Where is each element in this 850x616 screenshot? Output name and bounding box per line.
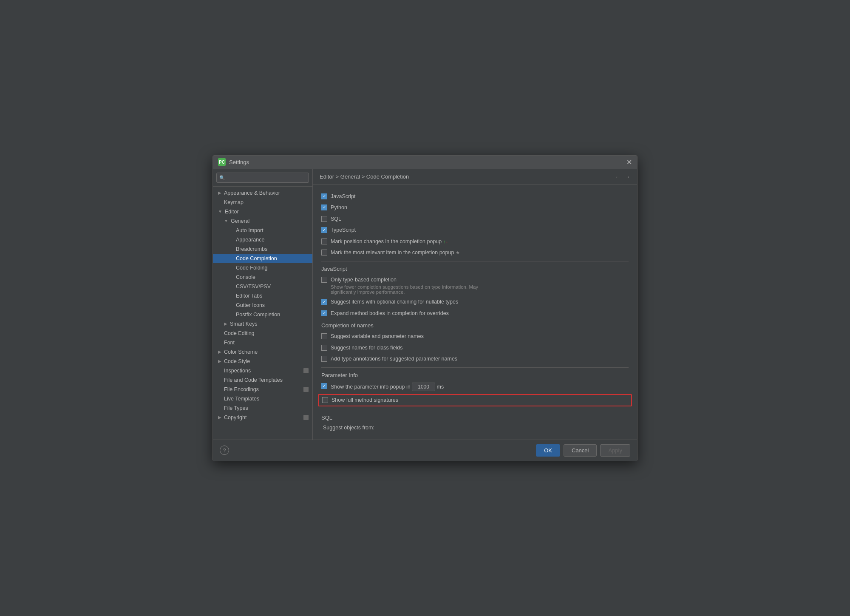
label-javascript: JavaScript — [331, 193, 355, 201]
chevron-icon: ▶ — [218, 190, 221, 195]
sidebar-item-general[interactable]: ▼General — [213, 216, 312, 226]
sidebar-label: Appearance — [236, 237, 264, 243]
cancel-button[interactable]: Cancel — [564, 444, 597, 457]
javascript-section-title: JavaScript — [321, 266, 629, 272]
sidebar-label: Live Templates — [224, 396, 259, 402]
label-group-expand-method: Expand method bodies in completion for o… — [331, 310, 449, 318]
sidebar-item-appearance[interactable]: ▶Appearance — [213, 235, 312, 244]
checkbox-sql[interactable] — [321, 216, 327, 222]
breadcrumb-bar: Editor > General > Code Completion ← → — [313, 169, 637, 185]
label-mark-relevant: Mark the most relevant item in the compl… — [331, 249, 460, 257]
sidebar-item-keymap[interactable]: ▶Keymap — [213, 198, 312, 207]
top-checkboxes-group: JavaScript Python SQL TypeScript — [321, 192, 629, 235]
checkbox-typescript[interactable] — [321, 227, 327, 233]
parameter-info-title: Parameter Info — [321, 372, 629, 378]
sql-suggest-label: Suggest objects from: — [323, 424, 629, 432]
checkbox-type-based[interactable] — [321, 277, 327, 283]
sidebar-label: Auto Import — [236, 227, 264, 233]
sublabel-type-based: Show fewer completion suggestions based … — [331, 284, 478, 295]
sidebar-item-color-scheme[interactable]: ▶Color Scheme — [213, 347, 312, 357]
sidebar-item-editor-tabs[interactable]: ▶Editor Tabs — [213, 291, 312, 301]
back-button[interactable]: ← — [615, 173, 621, 180]
sidebar-item-postfix-completion[interactable]: ▶Postfix Completion — [213, 310, 312, 319]
checkbox-row-typescript: TypeScript — [321, 226, 629, 235]
search-input[interactable] — [216, 173, 309, 183]
sidebar-item-code-folding[interactable]: ▶Code Folding — [213, 263, 312, 273]
star-icon: ★ — [456, 250, 460, 255]
label-python: Python — [331, 204, 347, 212]
label-class-fields: Suggest names for class fields — [331, 344, 403, 352]
badge-icon — [303, 386, 309, 392]
sidebar-label: Breadcrumbs — [236, 246, 267, 252]
badge-icon — [303, 368, 309, 374]
checkbox-python[interactable] — [321, 204, 327, 210]
checkbox-expand-method[interactable] — [321, 310, 327, 316]
checkbox-show-popup[interactable] — [321, 383, 327, 389]
sidebar-item-inspections[interactable]: ▶Inspections — [213, 366, 312, 375]
sidebar-item-appearance-behavior[interactable]: ▶Appearance & Behavior — [213, 188, 312, 198]
sidebar-label: Font — [224, 340, 235, 346]
sidebar-item-auto-import[interactable]: ▶Auto Import — [213, 226, 312, 235]
sidebar-label: File and Code Templates — [224, 377, 283, 383]
sidebar-item-gutter-icons[interactable]: ▶Gutter Icons — [213, 301, 312, 310]
sidebar-item-file-code-templates[interactable]: ▶File and Code Templates — [213, 375, 312, 385]
sidebar-item-code-style[interactable]: ▶Code Style — [213, 357, 312, 366]
sidebar-item-file-types[interactable]: ▶File Types — [213, 403, 312, 413]
label-optional-chaining: Suggest items with optional chaining for… — [331, 299, 458, 305]
chevron-icon: ▶ — [218, 415, 221, 420]
footer-left: ? — [220, 446, 229, 455]
sidebar-item-copyright[interactable]: ▶Copyright — [213, 413, 312, 422]
label-group-type-based: Only type-based completion Show fewer co… — [331, 276, 478, 295]
sidebar-item-code-editing[interactable]: ▶Code Editing — [213, 329, 312, 338]
help-button[interactable]: ? — [220, 446, 229, 455]
dialog-footer: ? OK Cancel Apply — [213, 440, 637, 461]
dialog-title: Settings — [229, 159, 249, 165]
checkbox-mark-position[interactable] — [321, 238, 327, 244]
breadcrumb-path: Editor > General > Code Completion — [320, 173, 409, 180]
app-icon: PC — [218, 158, 226, 166]
search-box: 🔍 — [213, 169, 312, 187]
checkbox-row-type-based: Only type-based completion Show fewer co… — [321, 275, 629, 296]
chevron-icon: ▼ — [218, 209, 222, 214]
sidebar-item-smart-keys[interactable]: ▶Smart Keys — [213, 319, 312, 329]
sidebar: 🔍 ▶Appearance & Behavior▶Keymap▼Editor▼G… — [213, 169, 313, 440]
label-full-signatures: Show full method signatures — [332, 397, 398, 404]
arrow-icons: ↑↓ — [443, 239, 448, 244]
badge-icon — [303, 414, 309, 420]
checkbox-optional-chaining[interactable] — [321, 299, 327, 305]
sidebar-item-csv-tsv-psv[interactable]: ▶CSV/TSV/PSV — [213, 282, 312, 291]
sidebar-item-breadcrumbs[interactable]: ▶Breadcrumbs — [213, 244, 312, 254]
ok-button[interactable]: OK — [536, 444, 560, 457]
checkbox-javascript[interactable] — [321, 193, 327, 199]
sidebar-tree: ▶Appearance & Behavior▶Keymap▼Editor▼Gen… — [213, 187, 312, 440]
search-wrapper: 🔍 — [216, 173, 309, 183]
checkbox-class-fields[interactable] — [321, 345, 327, 351]
sidebar-label: Keymap — [224, 199, 244, 205]
arrow-down-icon: ↓ — [446, 239, 448, 244]
checkbox-type-annotations[interactable] — [321, 356, 327, 362]
forward-button[interactable]: → — [624, 173, 630, 180]
sidebar-label: File Types — [224, 405, 248, 411]
checkbox-row-javascript: JavaScript — [321, 192, 629, 202]
sidebar-item-code-completion[interactable]: ▶Code Completion — [213, 254, 312, 263]
close-button[interactable]: ✕ — [626, 158, 632, 166]
sidebar-item-live-templates[interactable]: ▶Live Templates — [213, 394, 312, 403]
sidebar-label: Color Scheme — [224, 349, 258, 355]
checkbox-variable-param[interactable] — [321, 333, 327, 339]
sidebar-label: Code Folding — [236, 265, 267, 271]
sidebar-item-file-encodings[interactable]: ▶File Encodings — [213, 385, 312, 394]
chevron-icon: ▶ — [218, 359, 221, 363]
parameter-info-items: Show the parameter info popup in ms Show… — [321, 382, 629, 407]
apply-button[interactable]: Apply — [600, 444, 630, 457]
sidebar-item-editor[interactable]: ▼Editor — [213, 207, 312, 216]
checkbox-full-signatures[interactable] — [322, 397, 328, 403]
sidebar-label: Code Completion — [236, 255, 277, 261]
sidebar-label: Editor — [225, 209, 239, 215]
sidebar-item-console[interactable]: ▶Console — [213, 273, 312, 282]
checkbox-row-type-annotations: Add type annotations for suggested param… — [321, 355, 629, 364]
checkbox-mark-relevant[interactable] — [321, 250, 327, 255]
label-type-based: Only type-based completion — [331, 277, 397, 283]
param-popup-input[interactable] — [412, 383, 435, 391]
sidebar-item-font[interactable]: ▶Font — [213, 338, 312, 347]
label-mark-position: Mark position changes in the completion … — [331, 238, 448, 246]
